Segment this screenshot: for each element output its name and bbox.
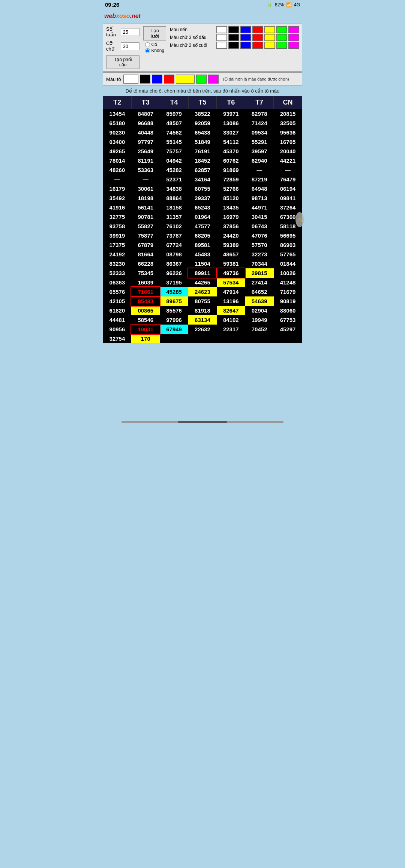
table-cell[interactable]: 52333 xyxy=(103,268,132,278)
table-cell[interactable]: 35492 xyxy=(103,193,132,203)
table-cell[interactable]: 24420 xyxy=(217,231,245,240)
table-cell[interactable]: 89581 xyxy=(188,240,217,250)
table-cell[interactable]: 47577 xyxy=(188,221,217,231)
table-cell[interactable]: 87219 xyxy=(245,175,274,184)
table-cell[interactable]: 48260 xyxy=(103,165,132,175)
table-cell[interactable]: 44481 xyxy=(103,315,132,325)
table-cell[interactable]: 49265 xyxy=(103,147,132,156)
table-cell[interactable]: 45285 xyxy=(160,287,188,296)
table-cell[interactable]: 98713 xyxy=(245,193,274,203)
mau-to-green[interactable] xyxy=(196,75,207,84)
table-cell[interactable]: 61820 xyxy=(103,306,132,315)
table-cell[interactable]: 67753 xyxy=(274,315,302,325)
table-cell[interactable]: 62940 xyxy=(245,156,274,165)
table-cell[interactable]: 24623 xyxy=(188,287,217,296)
table-cell[interactable]: 47914 xyxy=(217,287,245,296)
table-cell[interactable]: 51849 xyxy=(188,137,217,147)
table-cell[interactable]: 88060 xyxy=(274,306,302,315)
table-cell[interactable]: 45483 xyxy=(188,250,217,259)
table-cell[interactable]: 80755 xyxy=(188,296,217,306)
table-cell[interactable]: 90781 xyxy=(131,212,160,221)
table-cell[interactable]: 65180 xyxy=(103,118,132,128)
table-cell[interactable]: 45370 xyxy=(217,147,245,156)
table-cell[interactable]: 70344 xyxy=(245,259,274,268)
mau-chu3-black[interactable] xyxy=(228,34,239,41)
edit-icon[interactable]: ✏️ xyxy=(296,212,304,227)
mau-chu3-green[interactable] xyxy=(276,34,287,41)
table-cell[interactable]: 38522 xyxy=(188,109,217,119)
table-cell[interactable]: 84102 xyxy=(217,315,245,325)
table-cell[interactable]: 16705 xyxy=(274,137,302,147)
table-cell[interactable]: 55827 xyxy=(131,221,160,231)
table-cell[interactable]: 88864 xyxy=(160,193,188,203)
table-cell[interactable] xyxy=(274,334,302,343)
table-cell[interactable]: 10026 xyxy=(274,268,302,278)
table-cell[interactable]: 71679 xyxy=(274,287,302,296)
table-cell[interactable]: 55291 xyxy=(245,137,274,147)
table-cell[interactable]: 71424 xyxy=(245,118,274,128)
mau-nen-blue[interactable] xyxy=(240,26,251,33)
mau-to-black[interactable] xyxy=(140,75,150,84)
table-cell[interactable]: 00865 xyxy=(131,306,160,315)
mau-nen-red[interactable] xyxy=(252,26,263,33)
table-cell[interactable]: 96226 xyxy=(160,268,188,278)
mau-nen-magenta[interactable] xyxy=(288,26,299,33)
table-cell[interactable]: 62857 xyxy=(188,165,217,175)
so-tuan-input[interactable] xyxy=(121,28,140,36)
table-cell[interactable]: 37264 xyxy=(274,203,302,212)
khong-radio-label[interactable]: Không xyxy=(145,48,164,53)
table-cell[interactable]: 76479 xyxy=(274,175,302,184)
table-cell[interactable]: 01844 xyxy=(274,259,302,268)
table-cell[interactable]: 97996 xyxy=(160,315,188,325)
table-cell[interactable]: 16179 xyxy=(103,184,132,193)
table-cell[interactable]: 06363 xyxy=(103,278,132,287)
mau-chu3-red[interactable] xyxy=(252,34,263,41)
table-cell[interactable]: 56141 xyxy=(131,203,160,212)
table-cell[interactable]: 82978 xyxy=(245,109,274,119)
mau-chu3-white[interactable] xyxy=(216,34,227,41)
table-cell[interactable]: 18158 xyxy=(160,203,188,212)
mau-chu3-magenta[interactable] xyxy=(288,34,299,41)
table-cell[interactable]: 68205 xyxy=(188,231,217,240)
mau-to-red[interactable] xyxy=(164,75,174,84)
table-cell[interactable]: 75757 xyxy=(160,147,188,156)
table-cell[interactable]: 13086 xyxy=(217,118,245,128)
table-cell[interactable]: 45297 xyxy=(274,325,302,334)
table-cell[interactable]: 30415 xyxy=(245,212,274,221)
table-cell[interactable]: 170 xyxy=(131,334,160,343)
table-cell[interactable]: 24192 xyxy=(103,250,132,259)
table-cell[interactable]: 32273 xyxy=(245,250,274,259)
table-cell[interactable]: 18452 xyxy=(188,156,217,165)
table-cell[interactable]: 96688 xyxy=(131,118,160,128)
mau-to-white[interactable] xyxy=(123,75,138,84)
table-cell[interactable]: 64652 xyxy=(245,287,274,296)
mau-nen-black[interactable] xyxy=(228,26,239,33)
table-cell[interactable]: 09534 xyxy=(245,128,274,137)
table-cell[interactable]: 33027 xyxy=(217,128,245,137)
mau-to-yellow[interactable] xyxy=(176,75,195,84)
table-cell[interactable]: 40448 xyxy=(131,128,160,137)
table-cell[interactable]: 09841 xyxy=(274,193,302,203)
table-cell[interactable]: 44971 xyxy=(245,203,274,212)
co-radio[interactable] xyxy=(145,42,150,47)
scrollbar-thumb[interactable] xyxy=(178,421,227,423)
table-cell[interactable]: — xyxy=(245,165,274,175)
table-cell[interactable]: 57765 xyxy=(274,250,302,259)
table-cell[interactable]: 52766 xyxy=(217,184,245,193)
table-cell[interactable]: 01964 xyxy=(188,212,217,221)
table-cell[interactable]: 92059 xyxy=(188,118,217,128)
table-cell[interactable]: 66228 xyxy=(131,259,160,268)
tao-phoi-button[interactable]: Tạo phổi cầu xyxy=(106,55,140,69)
mau-chu2-magenta[interactable] xyxy=(288,42,299,49)
table-cell[interactable]: 81191 xyxy=(131,156,160,165)
table-cell[interactable]: 93971 xyxy=(217,109,245,119)
mau-chu3-yellow[interactable] xyxy=(264,34,275,41)
mau-nen-green[interactable] xyxy=(276,26,287,33)
mau-chu2-red[interactable] xyxy=(252,42,263,49)
table-cell[interactable]: 37856 xyxy=(217,221,245,231)
table-cell[interactable]: 75345 xyxy=(131,268,160,278)
table-cell[interactable]: 82647 xyxy=(217,306,245,315)
table-cell[interactable]: 75877 xyxy=(131,231,160,240)
table-cell[interactable]: 58546 xyxy=(131,315,160,325)
table-cell[interactable]: 74562 xyxy=(160,128,188,137)
